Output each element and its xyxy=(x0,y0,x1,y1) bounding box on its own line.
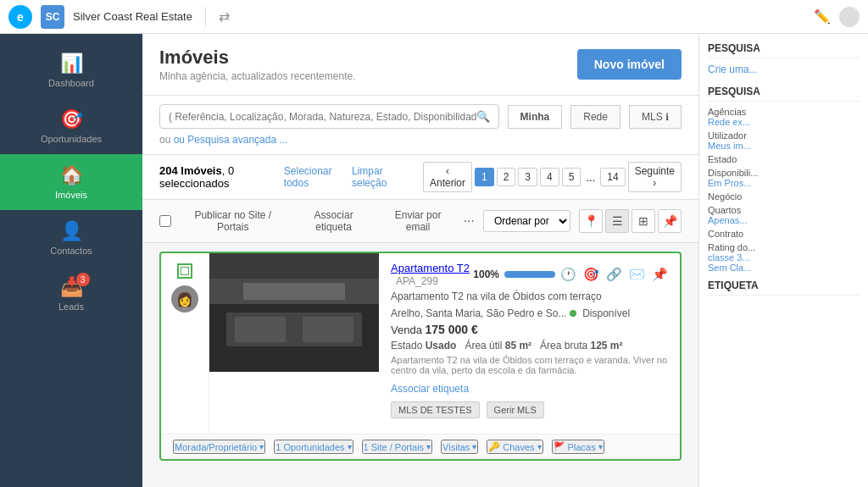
card-status-text: Disponível xyxy=(582,307,630,319)
card-subtitle: Apartamento T2 na vila de Óbidos com ter… xyxy=(391,291,668,302)
sidebar-label-contactos: Contactos xyxy=(50,246,92,256)
right-panel-pesquisa2: PESQUISA AgênciasRede ex... UtilizadorMe… xyxy=(708,86,860,296)
sync-icon[interactable]: ⇄ xyxy=(219,8,230,25)
card-footer: Morada/Proprietário ▾ 1 Oportunidades ▾ … xyxy=(161,434,680,459)
svg-rect-4 xyxy=(303,317,353,342)
page-header: Imóveis Minha agência, actualizados rece… xyxy=(142,34,698,96)
page-3-button[interactable]: 3 xyxy=(518,168,537,186)
card-action-icons: 🕐 🎯 🔗 ✉️ 📌 xyxy=(560,267,668,282)
gerir-mls-button[interactable]: Gerir MLS xyxy=(487,401,544,418)
search-input[interactable] xyxy=(169,111,476,123)
topbar-title: Silver Coast Real Estate xyxy=(73,10,192,23)
card-title-left: Apartamento T2 APA_299 xyxy=(391,262,473,287)
morada-button[interactable]: Morada/Proprietário ▾ xyxy=(173,440,265,454)
email-button[interactable]: Enviar por email xyxy=(381,207,455,235)
property-image xyxy=(209,253,379,372)
search-tab-minha[interactable]: Minha xyxy=(508,105,563,129)
leads-badge: 3 xyxy=(76,273,90,286)
card-price: Venda 175 000 € xyxy=(391,323,668,336)
app-icon: SC xyxy=(41,5,64,29)
oportunidades-button[interactable]: 1 Oportunidades ▾ xyxy=(274,440,353,454)
page-ellipsis: ... xyxy=(583,171,598,184)
search-tab-mls[interactable]: MLS ℹ xyxy=(629,105,682,129)
publish-button[interactable]: Publicar no Site / Portais xyxy=(180,207,287,235)
oportunidades-icon: 🎯 xyxy=(60,108,83,130)
property-title-link[interactable]: Apartamento T2 xyxy=(391,262,470,274)
sidebar-item-contactos[interactable]: 👤 Contactos xyxy=(0,210,142,266)
page-title: Imóveis xyxy=(159,47,355,69)
visitas-button[interactable]: Visitas ▾ xyxy=(441,440,478,454)
sidebar-item-dashboard[interactable]: 📊 Dashboard xyxy=(0,42,142,98)
card-description: Apartamento T2 na vila de Óbidos com ter… xyxy=(391,355,668,375)
mail-icon[interactable]: ✉️ xyxy=(629,267,645,282)
filter-contrato: Contrato xyxy=(708,229,860,239)
select-all-checkbox[interactable] xyxy=(159,214,171,228)
page-5-button[interactable]: 5 xyxy=(562,168,581,186)
order-dropdown[interactable]: Ordenar por xyxy=(483,210,570,232)
filter-quartos-val: Apenas... xyxy=(708,215,860,225)
dashboard-icon: 📊 xyxy=(60,53,83,75)
page-4-button[interactable]: 4 xyxy=(540,168,559,186)
sidebar-label-oportunidades: Oportunidades xyxy=(41,134,102,144)
advanced-search-link[interactable]: ou Pesquisa avançada ... xyxy=(174,134,288,146)
progress-fill xyxy=(504,271,555,278)
pin-icon[interactable]: 📌 xyxy=(652,267,668,282)
target-icon[interactable]: 🎯 xyxy=(583,267,599,282)
card-progress: 100% 🕐 🎯 🔗 ✉️ 📌 xyxy=(473,267,668,282)
map-view-button[interactable]: 📍 xyxy=(579,209,603,233)
topbar-separator xyxy=(205,7,206,27)
next-page-button[interactable]: Seguinte › xyxy=(628,162,682,192)
action-bar: Publicar no Site / Portais Associar etiq… xyxy=(142,200,698,243)
etiqueta-title: ETIQUETA xyxy=(708,279,860,296)
sidebar-item-oportunidades[interactable]: 🎯 Oportunidades xyxy=(0,98,142,154)
pesquisa1-title: PESQUISA xyxy=(708,42,860,58)
svg-rect-3 xyxy=(235,317,286,342)
order-select: Ordenar por 📍 ☰ ⊞ 📌 xyxy=(483,209,682,233)
grid-view-button[interactable]: ⊞ xyxy=(632,209,655,233)
more-actions-icon[interactable]: ··· xyxy=(464,213,475,229)
share-icon[interactable]: 🔗 xyxy=(606,267,622,282)
clear-selection-link[interactable]: Limpar seleção xyxy=(352,165,406,189)
property-card: 👩 xyxy=(159,252,682,461)
search-tab-rede[interactable]: Rede xyxy=(570,105,620,129)
list-view-button[interactable]: ☰ xyxy=(605,209,629,233)
main-layout: 📊 Dashboard 🎯 Oportunidades 🏠 Imóveis 👤 … xyxy=(0,34,868,487)
novo-imovel-button[interactable]: Novo imóvel xyxy=(577,49,682,80)
tag-button[interactable]: Associar etiqueta xyxy=(295,207,373,235)
filter-estado: Estado xyxy=(708,154,860,164)
pagination: ‹ Anterior 1 2 3 4 5 ... 14 Seguinte › xyxy=(423,162,682,192)
card-select-checkbox[interactable] xyxy=(177,263,192,279)
sidebar: 📊 Dashboard 🎯 Oportunidades 🏠 Imóveis 👤 … xyxy=(0,34,142,487)
sidebar-item-imoveis[interactable]: 🏠 Imóveis xyxy=(0,154,142,210)
filter-quartos: QuartosApenas... xyxy=(708,205,860,225)
crie-uma-link[interactable]: Crie uma... xyxy=(708,64,860,75)
mls-badge: MLS DE TESTES xyxy=(391,401,480,418)
filter-disponibili-val: Em Pros... xyxy=(708,178,860,188)
chaves-button[interactable]: 🔑 Chaves ▾ xyxy=(487,440,542,454)
select-all-link[interactable]: Selecionar todos xyxy=(284,165,343,189)
page-1-button[interactable]: 1 xyxy=(475,168,494,186)
associate-tag-link[interactable]: Associar etiqueta xyxy=(391,383,469,395)
card-inner: 👩 xyxy=(161,253,680,434)
pin-button[interactable]: 📌 xyxy=(658,209,682,233)
filter-rating: Rating do...classe 3...Sem Cla... xyxy=(708,242,860,273)
edit-icon[interactable]: ✏️ xyxy=(814,8,831,25)
page-2-button[interactable]: 2 xyxy=(497,168,516,186)
page-14-button[interactable]: 14 xyxy=(600,168,625,186)
sidebar-item-leads[interactable]: 📥 3 Leads xyxy=(0,266,142,322)
agent-avatar: 👩 xyxy=(171,285,198,313)
search-input-wrap[interactable]: 🔍 xyxy=(159,104,499,129)
clock-icon[interactable]: 🕐 xyxy=(560,267,576,282)
filter-utilizador-val: Meus im... xyxy=(708,141,860,151)
filter-agencias-val: Rede ex... xyxy=(708,117,860,127)
svg-rect-6 xyxy=(243,283,345,300)
user-avatar[interactable] xyxy=(839,7,860,27)
right-panel-pesquisa1: PESQUISA Crie uma... xyxy=(708,42,860,75)
card-checkbox-col: 👩 xyxy=(161,253,209,434)
prev-page-button[interactable]: ‹ Anterior xyxy=(423,162,472,192)
toolbar: 204 Imóveis, 0 seleccionados Selecionar … xyxy=(142,155,698,200)
placas-button[interactable]: 🚩 Placas ▾ xyxy=(552,440,604,454)
progress-bar xyxy=(504,271,555,278)
site-portais-button[interactable]: 1 Site / Portais ▾ xyxy=(362,440,433,454)
topbar: e SC Silver Coast Real Estate ⇄ ✏️ xyxy=(0,0,868,34)
